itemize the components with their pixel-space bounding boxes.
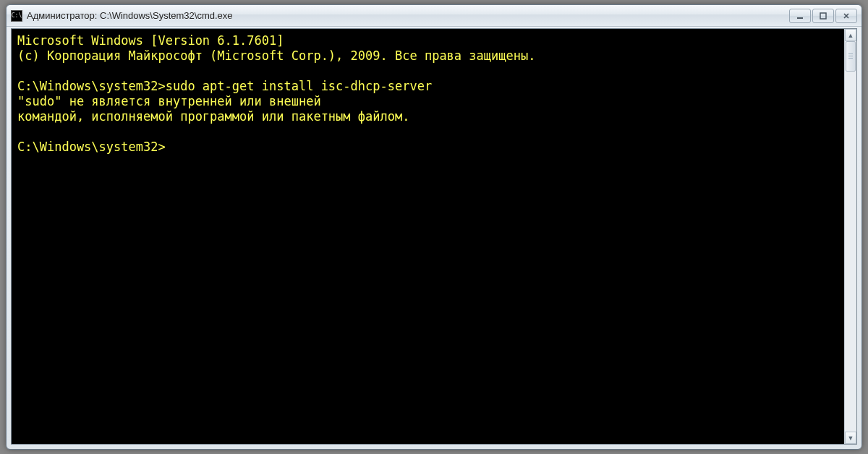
scroll-down-button[interactable]: ▼ xyxy=(845,432,856,444)
client-area: Microsoft Windows [Version 6.1.7601](c) … xyxy=(11,28,857,445)
svg-rect-1 xyxy=(820,13,826,19)
close-button[interactable] xyxy=(835,9,857,23)
minimize-icon xyxy=(796,12,804,20)
terminal-output[interactable]: Microsoft Windows [Version 6.1.7601](c) … xyxy=(12,29,844,444)
terminal-line: C:\Windows\system32> xyxy=(17,140,838,155)
svg-rect-0 xyxy=(797,17,803,19)
window-controls xyxy=(789,9,857,23)
terminal-line: Microsoft Windows [Version 6.1.7601] xyxy=(17,33,838,48)
vertical-scrollbar[interactable]: ▲ ▼ xyxy=(844,29,856,444)
terminal-line: командой, исполняемой программой или пак… xyxy=(17,109,838,124)
terminal-line xyxy=(17,64,838,79)
cmd-icon: C:\ xyxy=(11,10,22,22)
terminal-line xyxy=(17,124,838,140)
terminal-line: C:\Windows\system32>sudo apt-get install… xyxy=(17,79,838,94)
terminal-line: (c) Корпорация Майкрософт (Microsoft Cor… xyxy=(17,48,838,64)
maximize-icon xyxy=(819,12,827,20)
chevron-up-icon: ▲ xyxy=(848,32,854,39)
close-icon xyxy=(842,12,851,20)
titlebar[interactable]: C:\ Администратор: C:\Windows\System32\c… xyxy=(7,5,861,27)
maximize-button[interactable] xyxy=(812,9,834,23)
minimize-button[interactable] xyxy=(789,9,811,23)
scroll-up-button[interactable]: ▲ xyxy=(845,29,856,41)
scrollbar-track[interactable] xyxy=(845,41,856,432)
scrollbar-thumb[interactable] xyxy=(846,41,856,72)
cmd-window: C:\ Администратор: C:\Windows\System32\c… xyxy=(6,4,862,450)
window-title: Администратор: C:\Windows\System32\cmd.e… xyxy=(27,10,789,21)
chevron-down-icon: ▼ xyxy=(848,434,854,442)
terminal-line: "sudo" не является внутренней или внешне… xyxy=(17,94,838,109)
